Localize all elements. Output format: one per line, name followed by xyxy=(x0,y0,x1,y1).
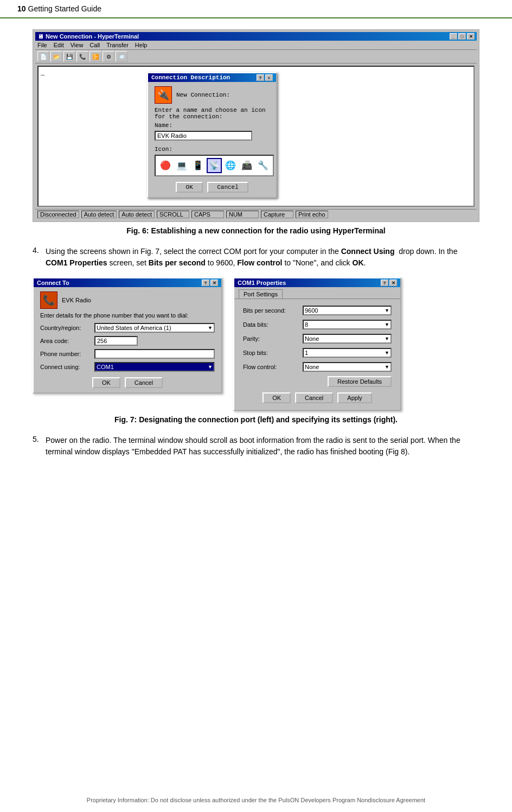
restore-defaults-container: Restore Defaults xyxy=(243,376,392,387)
conn-prompt: Enter a name and choose an icon for the … xyxy=(155,107,270,120)
step4-number: 4. xyxy=(33,246,46,269)
flow-control-row: Flow control: None ▼ xyxy=(243,362,392,372)
toolbar-new[interactable]: 📄 xyxy=(37,51,49,62)
parity-select[interactable]: None ▼ xyxy=(303,334,392,344)
menu-view[interactable]: View xyxy=(71,42,84,48)
icon-3[interactable]: 📱 xyxy=(190,158,206,173)
fig6-screenshot: 🖥 New Connection - HyperTerminal _ □ ✕ F… xyxy=(33,29,479,222)
restore-defaults-btn[interactable]: Restore Defaults xyxy=(328,376,392,387)
conn-desc-title: Connection Description xyxy=(151,74,230,81)
bits-select[interactable]: 9600 ▼ xyxy=(303,306,392,315)
ht-menubar: File Edit View Call Transfer Help xyxy=(35,41,477,50)
connect-using-bold: Connect Using xyxy=(341,247,395,256)
status-print: Print echo xyxy=(296,211,328,218)
menu-call[interactable]: Call xyxy=(89,42,100,48)
status-scroll: SCROLL xyxy=(157,211,189,218)
icon-grid: 🔴 💻 📱 📡 🌐 📠 🔧 xyxy=(155,155,274,176)
area-code-label: Area code: xyxy=(40,338,94,344)
bits-bold: Bits per second xyxy=(149,258,206,267)
stop-bits-select[interactable]: 1 ▼ xyxy=(303,348,392,358)
conn-ok-btn[interactable]: OK xyxy=(176,182,203,193)
menu-help[interactable]: Help xyxy=(135,42,148,48)
new-conn-row: 🔌 New Connection: xyxy=(155,86,270,104)
flow-bold: Flow control xyxy=(237,258,282,267)
phone-label: Phone number: xyxy=(40,351,94,357)
ct-close-btn[interactable]: ✕ xyxy=(210,280,218,286)
conn-cancel-btn[interactable]: Cancel xyxy=(207,182,248,193)
status-num: NUM xyxy=(226,211,259,218)
icon-6[interactable]: 📠 xyxy=(239,158,254,173)
icon-4[interactable]: 📡 xyxy=(207,158,222,173)
com1-apply-btn[interactable]: Apply xyxy=(337,392,372,403)
menu-edit[interactable]: Edit xyxy=(54,42,64,48)
step5: 5. Power on the radio. The terminal wind… xyxy=(33,435,479,458)
stop-bits-label: Stop bits: xyxy=(243,350,303,356)
step5-body: Power on the radio. The terminal window … xyxy=(46,435,479,458)
ct-icon: 📞 xyxy=(40,291,57,309)
port-settings-tab[interactable]: Port Settings xyxy=(239,289,283,299)
dialog-controls[interactable]: ? ✕ xyxy=(257,74,273,81)
dialog-close-btn[interactable]: ✕ xyxy=(265,74,273,81)
bits-label: Bits per second: xyxy=(243,307,303,314)
toolbar-props[interactable]: ⚙ xyxy=(103,51,114,62)
com1-close-btn[interactable]: ✕ xyxy=(389,280,397,286)
data-bits-label: Data bits: xyxy=(243,321,303,328)
toolbar-hangup[interactable]: 📴 xyxy=(89,51,101,62)
flow-control-value: None xyxy=(305,364,319,370)
country-row: Country/region: United States of America… xyxy=(40,323,215,333)
connect-to-controls[interactable]: ? ✕ xyxy=(202,280,218,286)
com1-controls[interactable]: ? ✕ xyxy=(381,280,397,286)
parity-label: Parity: xyxy=(243,335,303,342)
toolbar-dial[interactable]: 📞 xyxy=(76,51,88,62)
connect-using-select[interactable]: COM1 ▼ xyxy=(94,362,215,372)
flow-control-select[interactable]: None ▼ xyxy=(303,362,392,372)
parity-row: Parity: None ▼ xyxy=(243,334,392,344)
page-title: Getting Started Guide xyxy=(28,4,101,13)
bits-value: 9600 xyxy=(305,307,318,314)
win-controls[interactable]: _ □ ✕ xyxy=(450,33,475,40)
menu-transfer[interactable]: Transfer xyxy=(106,42,129,48)
toolbar-save[interactable]: 💾 xyxy=(63,51,75,62)
close-btn[interactable]: ✕ xyxy=(467,33,475,40)
ht-toolbar: 📄 📂 💾 📞 📴 ⚙ 📨 xyxy=(35,50,477,64)
phone-input[interactable] xyxy=(94,349,215,359)
minimize-btn[interactable]: _ xyxy=(450,33,457,40)
icon-1[interactable]: 🔴 xyxy=(158,158,173,173)
bits-row: Bits per second: 9600 ▼ xyxy=(243,306,392,315)
ht-title-text: New Connection - HyperTerminal xyxy=(46,33,139,40)
new-conn-label: New Connection: xyxy=(176,92,230,98)
maximize-btn[interactable]: □ xyxy=(458,33,466,40)
parity-value: None xyxy=(305,335,319,342)
ct-help-btn[interactable]: ? xyxy=(202,280,209,286)
com1-ok-btn[interactable]: OK xyxy=(263,392,291,403)
stop-bits-row: Stop bits: 1 ▼ xyxy=(243,348,392,358)
com1-props-bold: COM1 Properties xyxy=(46,258,107,267)
fig7-caption: Fig. 7: Designating the connection port … xyxy=(33,415,479,424)
ok-bold: OK xyxy=(353,258,364,267)
icon-2[interactable]: 💻 xyxy=(174,158,189,173)
ct-buttons: OK Cancel xyxy=(40,377,215,388)
ct-ok-btn[interactable]: OK xyxy=(92,377,120,388)
fig6-caption-text: Fig. 6: Establishing a new connection fo… xyxy=(126,226,385,235)
data-bits-row: Data bits: 8 ▼ xyxy=(243,320,392,329)
menu-file[interactable]: File xyxy=(37,42,47,48)
area-code-input[interactable] xyxy=(94,336,138,346)
icon-7[interactable]: 🔧 xyxy=(255,158,271,173)
data-bits-select[interactable]: 8 ▼ xyxy=(303,320,392,329)
toolbar-open[interactable]: 📂 xyxy=(50,51,62,62)
page-content: 🖥 New Connection - HyperTerminal _ □ ✕ F… xyxy=(0,18,512,488)
toolbar-send[interactable]: 📨 xyxy=(116,51,127,62)
connection-description-dialog: Connection Description ? ✕ 🔌 New Connect… xyxy=(147,72,277,198)
fig7-caption-text: Fig. 7: Designating the connection port … xyxy=(114,415,398,424)
country-select[interactable]: United States of America (1) ▼ xyxy=(94,323,215,333)
name-input[interactable] xyxy=(155,131,252,141)
icon-5[interactable]: 🌐 xyxy=(223,158,238,173)
fig6-caption: Fig. 6: Establishing a new connection fo… xyxy=(33,226,479,235)
connect-using-value: COM1 xyxy=(97,364,114,370)
com1-help-btn[interactable]: ? xyxy=(381,280,388,286)
connect-using-label: Connect using: xyxy=(40,364,94,370)
com1-tabbar: Port Settings xyxy=(234,287,400,299)
com1-cancel-btn[interactable]: Cancel xyxy=(295,392,333,403)
dialog-help-btn[interactable]: ? xyxy=(257,74,264,81)
ct-cancel-btn[interactable]: Cancel xyxy=(125,377,163,388)
